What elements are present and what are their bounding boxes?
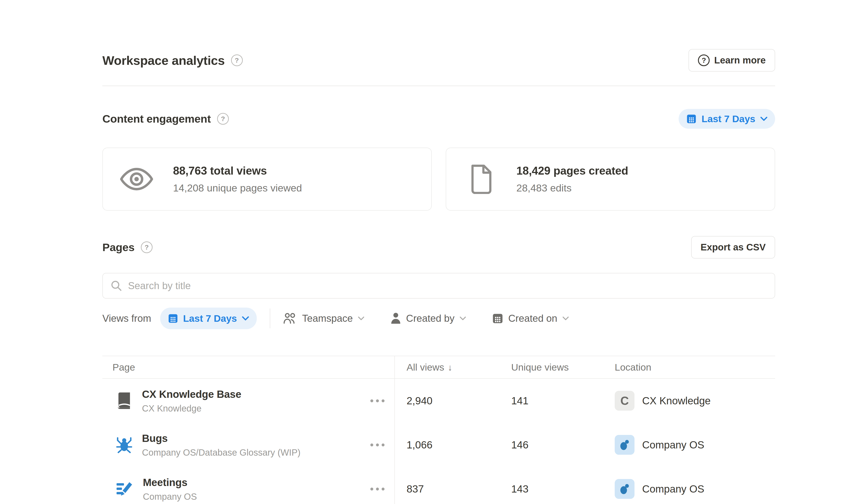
unique-views-cell: 146: [500, 439, 603, 451]
search-bar: [103, 273, 775, 299]
chevron-down-icon: [358, 316, 364, 321]
calendar-icon: [168, 313, 178, 324]
chevron-down-icon: [562, 316, 569, 321]
views-from-label: Views from: [103, 313, 151, 324]
unique-views-cell: 141: [500, 395, 603, 407]
pages-header: Pages ? Export as CSV: [103, 235, 775, 259]
created-by-label: Created by: [406, 313, 455, 324]
views-from-value: Last 7 Days: [183, 313, 237, 324]
help-icon[interactable]: ?: [231, 55, 243, 66]
person-icon: [391, 313, 401, 324]
location-cell[interactable]: C CX Knowledge: [615, 391, 775, 411]
column-unique-views[interactable]: Unique views: [500, 362, 603, 373]
date-range-dropdown[interactable]: Last 7 Days: [679, 109, 775, 129]
search-icon: [110, 280, 122, 291]
page-title-cell: Meetings: [143, 476, 197, 489]
total-views-value: 88,763 total views: [173, 164, 302, 177]
created-by-filter[interactable]: Created by: [391, 313, 466, 324]
eye-icon: [120, 166, 154, 192]
pages-created-card: 18,429 pages created 28,483 edits: [446, 147, 775, 211]
page-subtitle-cell: Company OS/Database Glossary (WIP): [142, 447, 301, 458]
page-header: Workspace analytics ? ? Learn more: [103, 49, 775, 72]
column-all-views[interactable]: All views↓: [395, 362, 500, 373]
location-cell[interactable]: Company OS: [615, 435, 775, 455]
edits-value: 28,483 edits: [516, 182, 628, 194]
search-input[interactable]: [128, 280, 767, 291]
page-title-cell: CX Knowledge Base: [142, 388, 241, 400]
chevron-down-icon: [760, 116, 767, 121]
question-circle-icon: ?: [698, 55, 710, 66]
filter-divider: [270, 309, 270, 328]
table-row[interactable]: Bugs Company OS/Database Glossary (WIP) …: [103, 423, 775, 467]
row-menu-button[interactable]: [368, 485, 387, 493]
bug-icon: [116, 436, 133, 454]
calendar-icon: [492, 313, 503, 324]
teamspace-filter[interactable]: Teamspace: [283, 313, 364, 324]
pages-table: Page All views↓ Unique views Location: [103, 356, 775, 504]
filters-row: Views from Last 7 Days: [103, 308, 775, 329]
all-views-cell: 1,066: [395, 439, 500, 451]
chevron-down-icon: [459, 316, 466, 321]
row-menu-button[interactable]: [368, 397, 387, 405]
page-subtitle-cell: CX Knowledge: [142, 404, 241, 413]
date-range-value: Last 7 Days: [701, 113, 755, 124]
column-page[interactable]: Page: [103, 356, 395, 378]
all-views-cell: 837: [395, 483, 500, 495]
sort-descending-icon: ↓: [448, 362, 452, 372]
help-icon[interactable]: ?: [217, 113, 229, 125]
export-csv-label: Export as CSV: [701, 242, 766, 253]
learn-more-label: Learn more: [714, 55, 766, 66]
table-row[interactable]: Meetings Company OS 837 143: [103, 467, 775, 504]
page-title-cell: Bugs: [142, 432, 301, 444]
column-location[interactable]: Location: [603, 362, 775, 373]
all-views-cell: 2,940: [395, 395, 500, 407]
views-from-dropdown[interactable]: Last 7 Days: [160, 308, 257, 329]
people-icon: [283, 313, 297, 324]
learn-more-button[interactable]: ? Learn more: [688, 49, 775, 72]
teamspace-letter-badge: C: [615, 391, 635, 411]
company-os-logo: [615, 479, 635, 499]
book-icon: [116, 392, 133, 410]
meetings-icon: [116, 481, 133, 497]
table-header: Page All views↓ Unique views Location: [103, 356, 775, 379]
location-cell[interactable]: Company OS: [615, 479, 775, 499]
teamspace-label: Teamspace: [302, 313, 353, 324]
content-engagement-title: Content engagement: [103, 112, 211, 125]
content-engagement-header: Content engagement ? Last 7 Days: [103, 108, 775, 130]
pages-created-value: 18,429 pages created: [516, 164, 628, 177]
chevron-down-icon: [242, 316, 249, 321]
export-csv-button[interactable]: Export as CSV: [691, 236, 775, 259]
page-title: Workspace analytics: [103, 53, 225, 68]
help-icon[interactable]: ?: [141, 241, 153, 253]
pages-title: Pages: [103, 241, 134, 254]
created-on-filter[interactable]: Created on: [492, 313, 569, 324]
section-divider: [103, 85, 775, 86]
workspace-analytics-page: Workspace analytics ? ? Learn more Conte…: [103, 0, 775, 504]
unique-views-cell: 143: [500, 483, 603, 495]
created-on-label: Created on: [508, 313, 557, 324]
unique-pages-viewed: 14,208 unique pages viewed: [173, 182, 302, 194]
page-subtitle-cell: Company OS: [143, 492, 197, 502]
total-views-card: 88,763 total views 14,208 unique pages v…: [103, 147, 432, 211]
table-row[interactable]: CX Knowledge Base CX Knowledge 2,940 141…: [103, 379, 775, 423]
row-menu-button[interactable]: [368, 441, 387, 449]
page-icon: [468, 164, 492, 194]
calendar-icon: [686, 113, 697, 124]
stat-cards: 88,763 total views 14,208 unique pages v…: [103, 147, 775, 211]
company-os-logo: [615, 435, 635, 455]
